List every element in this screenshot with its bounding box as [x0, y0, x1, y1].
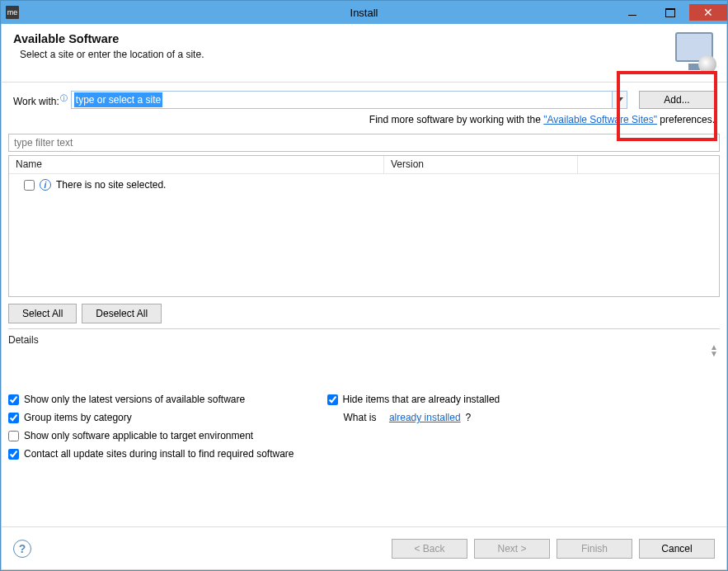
- banner-subtitle: Select a site or enter the location of a…: [20, 49, 672, 60]
- group-category-checkbox[interactable]: [8, 413, 19, 423]
- option-target-env[interactable]: Show only software applicable to target …: [8, 430, 294, 441]
- cancel-button[interactable]: Cancel: [639, 539, 715, 559]
- work-with-combo[interactable]: type or select a site: [71, 91, 627, 109]
- details-section: Details ▲▼: [8, 328, 720, 387]
- back-button[interactable]: < Back: [392, 539, 467, 559]
- finish-button[interactable]: Finish: [557, 539, 632, 559]
- help-icon[interactable]: ?: [13, 540, 31, 558]
- tree-row-checkbox[interactable]: [24, 180, 35, 191]
- software-tree[interactable]: Name Version i There is no site selected…: [8, 155, 720, 297]
- titlebar[interactable]: me Install ✕: [1, 1, 727, 24]
- option-contact-all[interactable]: Contact all update sites during install …: [8, 448, 294, 460]
- banner-title: Available Software: [13, 32, 672, 45]
- option-hide-installed[interactable]: Hide items that are already installed: [327, 394, 500, 405]
- available-software-sites-link[interactable]: "Available Software Sites": [543, 114, 657, 125]
- work-with-dropdown-button[interactable]: [612, 92, 627, 108]
- wizard-footer: ? < Back Next > Finish Cancel: [2, 526, 726, 569]
- column-version[interactable]: Version: [384, 156, 578, 173]
- info-badge-icon: ⓘ: [60, 94, 68, 102]
- option-latest-versions[interactable]: Show only the latest versions of availab…: [8, 394, 294, 405]
- contact-all-checkbox[interactable]: [8, 449, 19, 460]
- tree-empty-message: There is no site selected.: [56, 179, 166, 191]
- option-group-category[interactable]: Group items by category: [8, 412, 294, 423]
- what-is-installed: What is already installed?: [344, 412, 500, 423]
- latest-versions-checkbox[interactable]: [8, 394, 19, 405]
- filter-input[interactable]: [8, 134, 720, 152]
- options-area: Show only the latest versions of availab…: [2, 387, 726, 473]
- window-title: Install: [350, 7, 378, 19]
- info-icon: i: [40, 179, 51, 191]
- details-scroll-icon[interactable]: ▲▼: [710, 344, 718, 357]
- banner: Available Software Select a site or ente…: [2, 24, 726, 83]
- minimize-button[interactable]: [613, 4, 651, 21]
- select-all-button[interactable]: Select All: [8, 304, 77, 323]
- work-with-label: Work with:ⓘ: [13, 93, 68, 107]
- tree-header[interactable]: Name Version: [9, 156, 719, 174]
- details-label: Details: [8, 334, 720, 346]
- find-more-text: Find more software by working with the "…: [2, 112, 726, 134]
- tree-empty-row: i There is no site selected.: [16, 177, 712, 192]
- target-env-checkbox[interactable]: [8, 431, 19, 441]
- install-wizard-icon: [672, 32, 715, 72]
- already-installed-link[interactable]: already installed: [389, 412, 461, 423]
- deselect-all-button[interactable]: Deselect All: [82, 304, 162, 323]
- maximize-button[interactable]: [651, 4, 689, 21]
- column-extra[interactable]: [578, 156, 719, 173]
- close-button[interactable]: ✕: [689, 4, 727, 21]
- app-icon: me: [6, 6, 19, 19]
- add-button[interactable]: Add...: [639, 91, 715, 109]
- next-button[interactable]: Next >: [474, 539, 550, 559]
- work-with-input[interactable]: type or select a site: [72, 92, 612, 108]
- hide-installed-checkbox[interactable]: [327, 394, 338, 405]
- column-name[interactable]: Name: [9, 156, 384, 173]
